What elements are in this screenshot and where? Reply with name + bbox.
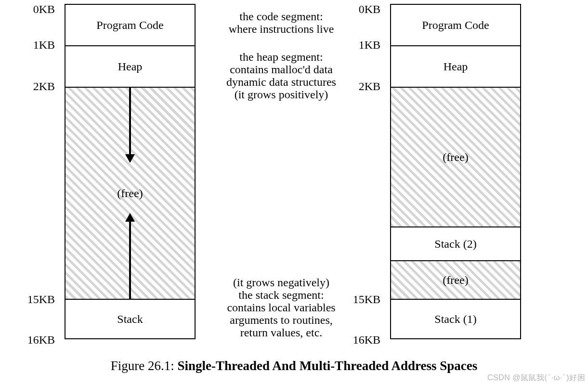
segment-free-2: (free) (391, 260, 520, 299)
annotation-stack-segment: (it grows negatively)the stack segment:c… (204, 277, 358, 339)
annotation-heap-segment: the heap segment:contains malloc'd datad… (204, 51, 358, 101)
segment-free-1: (free) (391, 87, 520, 226)
tick-16kb-r: 16KB (332, 333, 380, 346)
tick-1kb: 1KB (7, 39, 55, 52)
segment-program-code: Program Code (65, 5, 195, 45)
segment-stack-2: Stack (2) (391, 226, 520, 260)
tick-2kb: 2KB (7, 80, 55, 93)
caption-title: Single-Threaded And Multi-Threaded Addre… (178, 359, 478, 373)
segment-program-code-r: Program Code (391, 5, 520, 45)
caption-prefix: Figure 26.1: (111, 359, 178, 373)
tick-2kb-r: 2KB (332, 80, 380, 93)
segment-heap-r: Heap (391, 45, 520, 87)
tick-1kb-r: 1KB (332, 39, 380, 52)
tick-16kb: 16KB (7, 333, 55, 346)
watermark: CSDN @鼠鼠我(ˊ·ω·ˋ)好困 (487, 373, 585, 383)
figure-caption: Figure 26.1: Single-Threaded And Multi-T… (0, 359, 588, 373)
single-threaded-address-space: Program Code Heap (free) Stack (65, 4, 196, 339)
diagram-area: 0KB 1KB 2KB 15KB 16KB Program Code Heap … (7, 4, 580, 341)
multi-threaded-address-space: Program Code Heap (free) Stack (2) (free… (390, 4, 521, 339)
tick-0kb-r: 0KB (332, 3, 380, 16)
segment-stack: Stack (65, 299, 195, 338)
tick-0kb: 0KB (7, 3, 55, 16)
tick-15kb: 15KB (7, 293, 55, 306)
tick-15kb-r: 15KB (332, 293, 380, 306)
segment-stack-1: Stack (1) (391, 299, 520, 338)
segment-heap: Heap (65, 45, 195, 87)
